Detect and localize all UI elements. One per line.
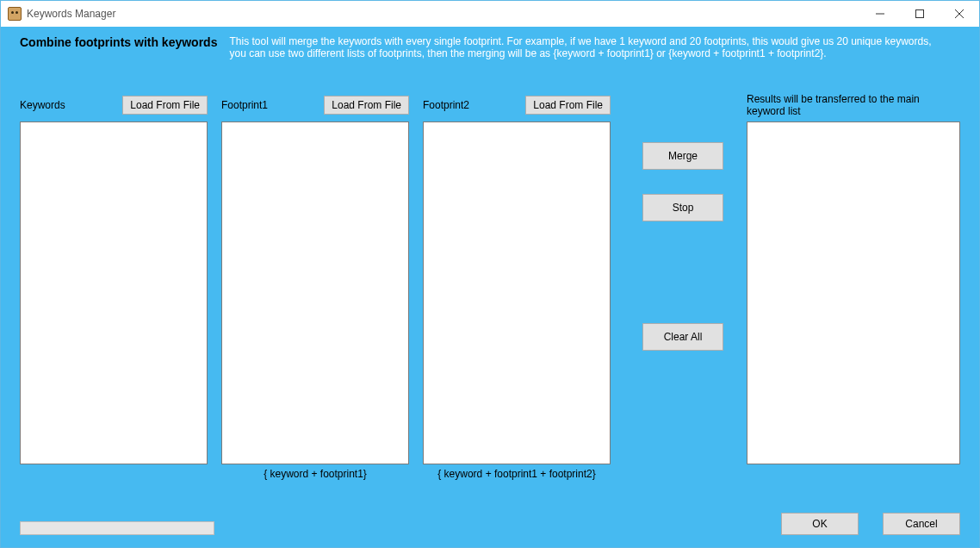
bottom-bar: OK Cancel xyxy=(20,497,960,535)
close-button[interactable] xyxy=(940,1,979,27)
keywords-textarea[interactable] xyxy=(20,121,208,464)
keywords-column: Keywords Load From File xyxy=(20,94,208,483)
results-textarea[interactable] xyxy=(747,121,960,464)
keywords-foot xyxy=(20,468,208,483)
progress-bar xyxy=(20,521,214,535)
cancel-button[interactable]: Cancel xyxy=(883,513,960,535)
page-title: Combine footprints with keywords xyxy=(20,35,217,49)
footprint2-foot: { keyword + footprint1 + footprint2} xyxy=(423,468,611,483)
footprint1-foot: { keyword + footprint1} xyxy=(221,468,409,483)
footprint2-column: Footprint2 Load From File { keyword + fo… xyxy=(423,94,611,483)
merge-button[interactable]: Merge xyxy=(642,142,723,170)
stop-button[interactable]: Stop xyxy=(642,194,723,221)
page-description: This tool will merge the keywords with e… xyxy=(229,35,944,59)
footprint1-textarea[interactable] xyxy=(221,121,409,464)
results-column: Results will be transferred to the main … xyxy=(747,94,960,483)
footprint2-label: Footprint2 xyxy=(423,99,469,111)
maximize-button[interactable] xyxy=(900,1,940,27)
keywords-load-button[interactable]: Load From File xyxy=(122,96,208,115)
minimize-button[interactable] xyxy=(860,1,900,27)
results-foot xyxy=(747,468,960,483)
columns-container: Keywords Load From File Footprint1 Load … xyxy=(20,94,960,483)
footprint2-textarea[interactable] xyxy=(423,121,611,464)
keywords-label: Keywords xyxy=(20,99,65,111)
action-column: Merge Stop Clear All xyxy=(633,94,733,483)
clear-all-button[interactable]: Clear All xyxy=(642,323,723,351)
footprint1-label: Footprint1 xyxy=(221,99,268,111)
svg-rect-1 xyxy=(916,10,924,18)
window-title: Keywords Manager xyxy=(27,8,115,20)
footprint2-load-button[interactable]: Load From File xyxy=(525,96,611,115)
window-frame: Keywords Manager Combine footprints with… xyxy=(0,0,980,548)
app-icon xyxy=(8,7,22,21)
titlebar[interactable]: Keywords Manager xyxy=(1,1,979,27)
ok-button[interactable]: OK xyxy=(781,513,859,535)
footprint1-column: Footprint1 Load From File { keyword + fo… xyxy=(221,94,409,483)
results-label: Results will be transferred to the main … xyxy=(747,93,960,117)
window-controls xyxy=(860,1,979,27)
header: Combine footprints with keywords This to… xyxy=(1,27,979,65)
footprint1-load-button[interactable]: Load From File xyxy=(324,96,409,115)
client-area: Combine footprints with keywords This to… xyxy=(1,27,979,547)
